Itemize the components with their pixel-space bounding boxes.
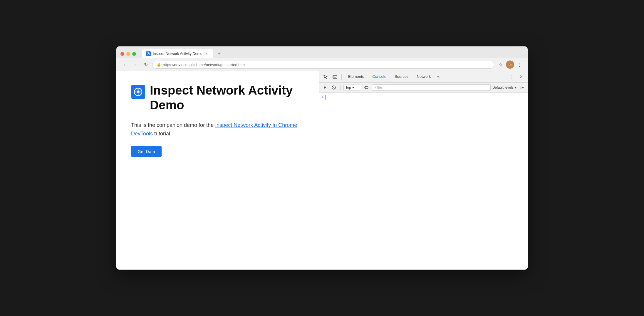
console-eye-button[interactable] xyxy=(363,84,370,91)
svg-line-8 xyxy=(326,77,327,79)
webpage-content: Inspect Network Activity Demo This is th… xyxy=(116,71,319,270)
address-path: /network/getstarted.html xyxy=(205,63,246,67)
toolbar-separator-2 xyxy=(505,74,505,80)
inspect-element-button[interactable] xyxy=(321,73,330,81)
address-protocol: https:// xyxy=(163,63,174,67)
console-levels-dropdown[interactable]: Default levels ▾ xyxy=(492,85,516,90)
console-prompt: > xyxy=(321,94,525,101)
address-bar[interactable]: 🔒 https://devtools.glitch.me/network/get… xyxy=(152,61,494,69)
tab-elements[interactable]: Elements xyxy=(344,71,368,82)
svg-rect-10 xyxy=(334,76,336,78)
nav-bar: ‹ › ↻ 🔒 https://devtools.glitch.me/netwo… xyxy=(116,58,528,71)
reload-button[interactable]: ↻ xyxy=(142,60,150,69)
console-settings-button[interactable] xyxy=(518,84,525,91)
devtools-menu-button[interactable]: ⋮ xyxy=(508,73,516,81)
address-host: devtools.glitch.me xyxy=(174,63,205,67)
tab-title: Inspect Network Activity Demo xyxy=(153,52,202,56)
svg-point-17 xyxy=(520,86,524,89)
toolbar-separator-1 xyxy=(341,74,342,80)
console-run-button[interactable] xyxy=(321,84,328,91)
console-separator-1 xyxy=(340,85,341,90)
active-tab[interactable]: Inspect Network Activity Demo × xyxy=(142,49,213,58)
devtools-toolbar: Elements Console Sources Network » ⋮ xyxy=(319,71,528,83)
tab-bar: Inspect Network Activity Demo × + xyxy=(142,49,223,58)
devtools-close-button[interactable]: × xyxy=(517,73,525,81)
svg-point-16 xyxy=(521,87,523,88)
title-bar-top: Inspect Network Activity Demo × + xyxy=(120,49,524,58)
title-bar: Inspect Network Activity Demo × + xyxy=(116,46,528,58)
maximize-window-button[interactable] xyxy=(132,52,136,56)
svg-point-14 xyxy=(365,86,368,89)
console-body[interactable]: > xyxy=(319,93,528,270)
console-context-select[interactable]: top ▾ xyxy=(343,85,361,90)
back-button[interactable]: ‹ xyxy=(120,60,129,69)
bookmark-button[interactable]: ☆ xyxy=(497,60,505,69)
nav-right-buttons: ☆ 🐵 ⋮ xyxy=(497,60,524,69)
forward-button[interactable]: › xyxy=(131,60,139,69)
device-toolbar-button[interactable] xyxy=(331,73,339,81)
tab-network[interactable]: Network xyxy=(413,71,435,82)
tab-console[interactable]: Console xyxy=(368,71,390,82)
profile-button[interactable]: 🐵 xyxy=(506,60,514,69)
get-data-button[interactable]: Get Data xyxy=(131,146,162,157)
traffic-lights xyxy=(120,52,136,56)
minimize-window-button[interactable] xyxy=(126,52,130,56)
close-window-button[interactable] xyxy=(120,52,124,56)
chrome-menu-button[interactable]: ⋮ xyxy=(515,60,524,69)
tab-close-button[interactable]: × xyxy=(204,51,209,56)
devtools-right-icons: ⋮ × xyxy=(504,73,525,81)
webpage-header: Inspect Network Activity Demo xyxy=(131,83,304,113)
svg-rect-9 xyxy=(333,75,337,78)
browser-window: Inspect Network Activity Demo × + ‹ › ↻ … xyxy=(116,46,528,270)
tab-sources[interactable]: Sources xyxy=(390,71,413,82)
devtools-panel: Elements Console Sources Network » ⋮ xyxy=(319,71,528,270)
svg-point-15 xyxy=(366,87,367,88)
webpage-title: Inspect Network Activity Demo xyxy=(150,83,304,113)
console-chevron-icon: > xyxy=(321,95,324,100)
devtools-tabs: Elements Console Sources Network » xyxy=(344,71,503,82)
webpage-description: This is the companion demo for the Inspe… xyxy=(131,121,304,138)
console-filter-input[interactable]: Filter xyxy=(372,84,491,91)
content-area: Inspect Network Activity Demo This is th… xyxy=(116,71,528,270)
console-toolbar: top ▾ Filter Default levels ▾ xyxy=(319,83,528,93)
svg-marker-11 xyxy=(324,86,326,89)
svg-line-13 xyxy=(333,86,335,89)
svg-point-3 xyxy=(137,90,140,93)
new-tab-button[interactable]: + xyxy=(215,49,223,58)
page-favicon xyxy=(131,85,145,99)
svg-point-1 xyxy=(148,53,149,54)
more-tabs-button[interactable]: » xyxy=(435,71,442,82)
console-clear-button[interactable] xyxy=(330,84,337,91)
address-text: https://devtools.glitch.me/network/getst… xyxy=(163,63,246,67)
lock-icon: 🔒 xyxy=(157,63,161,67)
tab-favicon xyxy=(146,51,151,56)
console-cursor xyxy=(326,95,326,100)
